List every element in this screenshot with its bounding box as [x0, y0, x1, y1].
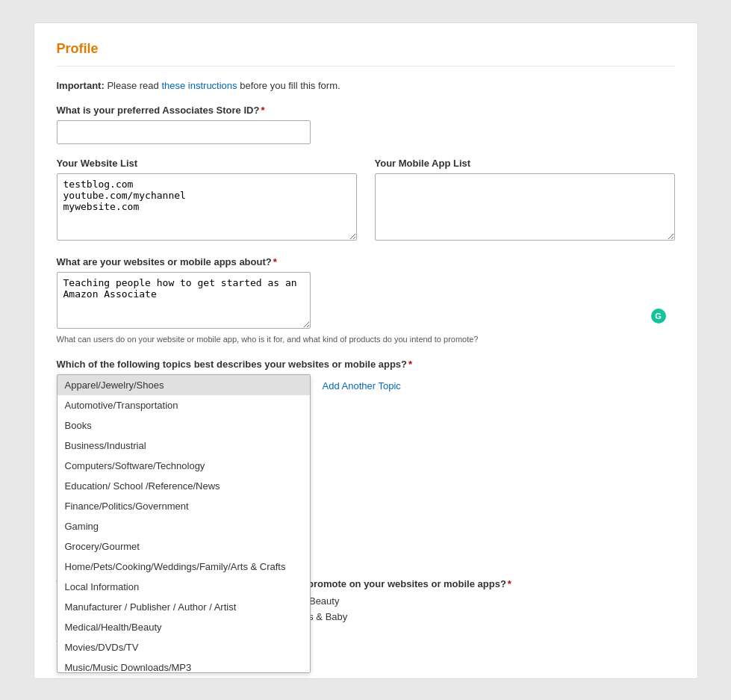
required-star-2: *	[273, 256, 277, 267]
topic-option-6[interactable]: Finance/Politics/Government	[57, 496, 310, 516]
topics-row: Apparel/Jewelry/ShoesAutomotive/Transpor…	[57, 374, 675, 391]
profile-form: Profile Important: Please read these ins…	[34, 22, 698, 679]
topic-option-10[interactable]: Local Information	[57, 577, 310, 597]
topics-dropdown-list: Apparel/Jewelry/ShoesAutomotive/Transpor…	[57, 374, 311, 673]
topic-option-7[interactable]: Gaming	[57, 516, 310, 536]
about-textarea-wrapper: Teaching people how to get started as an…	[57, 272, 675, 331]
topics-section: Which of the following topics best descr…	[57, 359, 675, 391]
important-text-after: before you fill this form.	[240, 80, 340, 91]
store-id-input[interactable]	[57, 120, 311, 144]
topic-option-12[interactable]: Medical/Health/Beauty	[57, 617, 310, 637]
website-about-section: What are your websites or mobile apps ab…	[57, 256, 675, 345]
website-about-hint: What can users do on your website or mob…	[57, 334, 675, 345]
required-star-4: *	[508, 578, 511, 589]
add-topic-link[interactable]: Add Another Topic	[323, 380, 401, 391]
store-id-section: What is your preferred Associates Store …	[57, 105, 675, 144]
topic-option-5[interactable]: Education/ School /Reference/News	[57, 476, 310, 496]
topic-option-4[interactable]: Computers/Software/Technology	[57, 456, 310, 476]
topic-option-13[interactable]: Movies/DVDs/TV	[57, 637, 310, 657]
topic-option-2[interactable]: Books	[57, 415, 310, 436]
grammarly-icon: G	[651, 309, 666, 323]
topic-option-14[interactable]: Music/Music Downloads/MP3	[57, 657, 310, 673]
topic-option-9[interactable]: Home/Pets/Cooking/Weddings/Family/Arts &…	[57, 557, 310, 577]
topic-option-1[interactable]: Automotive/Transportation	[57, 395, 310, 415]
topic-option-8[interactable]: Grocery/Gourmet	[57, 536, 310, 557]
website-about-input[interactable]: Teaching people how to get started as an…	[57, 272, 311, 329]
topic-option-0[interactable]: Apparel/Jewelry/Shoes	[57, 375, 310, 395]
topic-option-3[interactable]: Business/Industrial	[57, 436, 310, 456]
important-text-before: Please read	[107, 80, 161, 91]
required-star: *	[261, 105, 264, 116]
website-list-input[interactable]: testblog.com youtube.com/mychannel myweb…	[57, 173, 357, 241]
lists-section: Your Website List testblog.com youtube.c…	[57, 158, 675, 243]
website-list-col: Your Website List testblog.com youtube.c…	[57, 158, 357, 243]
important-label: Important:	[57, 80, 105, 91]
website-about-label: What are your websites or mobile apps ab…	[57, 256, 675, 267]
topics-label: Which of the following topics best descr…	[57, 359, 675, 370]
topic-option-11[interactable]: Manufacturer / Publisher / Author / Arti…	[57, 597, 310, 617]
instructions-link[interactable]: these instructions	[161, 80, 237, 91]
mobile-app-list-col: Your Mobile App List	[375, 158, 675, 243]
mobile-app-list-input[interactable]	[375, 173, 675, 241]
website-list-label: Your Website List	[57, 158, 357, 169]
required-star-3: *	[408, 359, 412, 370]
store-id-label: What is your preferred Associates Store …	[57, 105, 675, 116]
important-note: Important: Please read these instruction…	[57, 80, 675, 91]
profile-title: Profile	[57, 41, 675, 66]
mobile-app-list-label: Your Mobile App List	[375, 158, 675, 169]
